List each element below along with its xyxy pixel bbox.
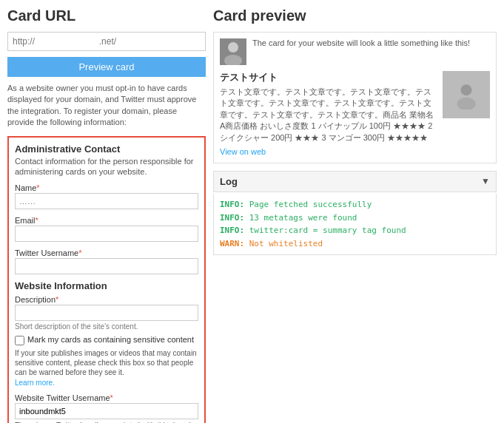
svg-point-1 xyxy=(228,42,238,53)
sensitive-checkbox[interactable] xyxy=(15,336,24,345)
website-twitter-label: Website Twitter Username* xyxy=(15,393,113,402)
twitter-username-input[interactable] xyxy=(15,258,198,274)
card-main-content: テストサイト テスト文章です。テスト文章です。テスト文章です。テスト文章です。テ… xyxy=(220,71,490,157)
email-label: Email* xyxy=(15,216,38,225)
description-label: Description* xyxy=(15,295,58,304)
right-panel: Card preview The card for your website w… xyxy=(213,7,497,423)
card-tagline: The card for your website will look a li… xyxy=(252,38,470,47)
preview-card-button[interactable]: Preview card xyxy=(7,57,206,77)
chevron-down-icon[interactable]: ▼ xyxy=(481,176,490,186)
sensitive-content-row: Mark my cards as containing sensitive co… xyxy=(15,335,198,345)
svg-point-4 xyxy=(461,84,472,95)
admin-contact-subtitle: Contact information for the person respo… xyxy=(15,156,198,177)
website-twitter-input[interactable] xyxy=(15,403,198,419)
registration-form: Administrative Contact Contact informati… xyxy=(7,136,206,423)
log-entry-1: INFO: 13 metatags were found xyxy=(220,212,490,225)
page-title: Card URL xyxy=(7,7,206,24)
card-url-input[interactable] xyxy=(7,32,206,51)
card-description: テスト文章です。テスト文章です。テスト文章です。テスト文章です。テスト文章です。… xyxy=(220,87,437,143)
log-entry-2: INFO: twitter:card = summary tag found xyxy=(220,224,490,237)
sensitive-description: If your site publishes images or videos … xyxy=(15,348,198,377)
card-icon xyxy=(220,38,246,65)
log-header: Log ▼ xyxy=(213,171,497,192)
card-view-link[interactable]: View on web xyxy=(220,147,266,156)
log-entry-0: INFO: Page fetched successfully xyxy=(220,198,490,212)
website-info-title: Website Information xyxy=(15,280,198,291)
card-site-name: テストサイト xyxy=(220,71,437,84)
description-text: As a website owner you must opt-in to ha… xyxy=(7,83,206,129)
description-input[interactable] xyxy=(15,305,198,321)
card-preview-box: The card for your website will look a li… xyxy=(213,32,497,163)
card-thumbnail xyxy=(443,71,490,118)
name-input[interactable] xyxy=(15,193,198,209)
card-text-body: テストサイト テスト文章です。テスト文章です。テスト文章です。テスト文章です。テ… xyxy=(220,71,437,157)
description-hint: Short description of the site's content. xyxy=(15,322,198,331)
sensitive-label: Mark my cards as containing sensitive co… xyxy=(27,335,194,344)
url-input-row xyxy=(7,32,206,51)
email-input[interactable] xyxy=(15,226,198,242)
learn-more-link[interactable]: Learn more. xyxy=(15,379,198,387)
log-entry-3: WARN: Not whitelisted xyxy=(220,237,490,251)
log-title: Log xyxy=(220,176,238,187)
name-label: Name* xyxy=(15,183,40,192)
twitter-username-label: Twitter Username* xyxy=(15,248,81,257)
preview-title: Card preview xyxy=(213,7,497,24)
log-body: INFO: Page fetched successfully INFO: 13… xyxy=(213,194,497,255)
left-panel: Card URL Preview card As a website owner… xyxy=(7,7,206,423)
admin-contact-title: Administrative Contact xyxy=(15,143,198,155)
